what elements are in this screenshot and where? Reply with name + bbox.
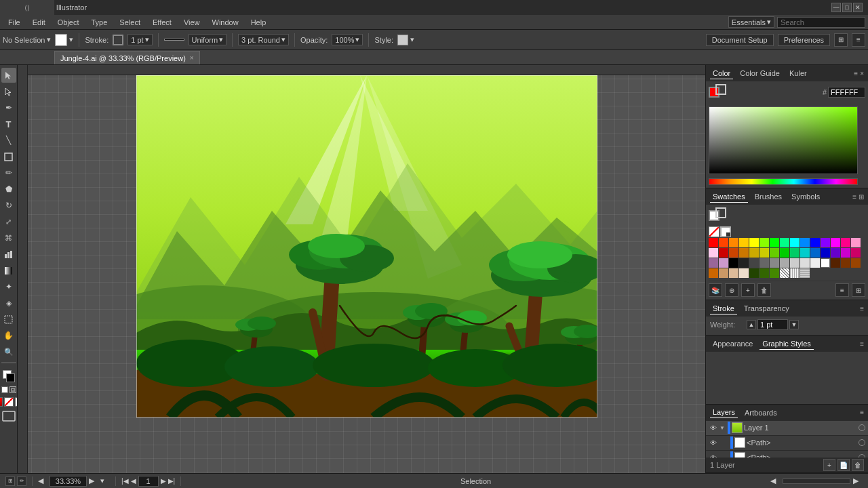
swatch-item[interactable] [821, 238, 830, 247]
style-swatch[interactable]: ▾ [397, 35, 414, 45]
none-swatch[interactable] [709, 226, 719, 237]
color-tab[interactable]: Color [710, 68, 733, 79]
swatch-item[interactable] [821, 258, 830, 268]
swatch-item[interactable] [800, 258, 810, 268]
stroke-panel-menu-icon[interactable]: ≡ [860, 305, 864, 312]
swatch-item[interactable] [749, 268, 759, 278]
swatch-item[interactable] [790, 248, 800, 258]
new-color-group-btn[interactable]: ⊕ [725, 283, 738, 297]
artboard-prev-btn[interactable]: ◀ [131, 477, 136, 485]
hex-input[interactable] [828, 87, 865, 98]
layer-visibility-icon[interactable]: 👁 [709, 453, 718, 458]
fill-stroke-squares[interactable] [709, 84, 728, 100]
layer-row[interactable]: 👁 <Path> [706, 451, 868, 458]
appearance-tab[interactable]: Appearance [710, 338, 755, 349]
rotate-tool[interactable]: ↻ [1, 198, 16, 213]
swatch-item[interactable] [810, 248, 820, 258]
swatch-item[interactable] [729, 238, 738, 247]
swatch-item[interactable] [841, 238, 850, 247]
pen-tool[interactable]: ✒ [1, 100, 16, 115]
pencil-tool[interactable]: ✏ [1, 165, 16, 180]
close-button[interactable]: ✕ [853, 3, 863, 12]
swatch-item[interactable] [790, 258, 800, 268]
color-panel-menu-icon[interactable]: ≡ [854, 70, 858, 77]
brushes-tab[interactable]: Brushes [752, 191, 785, 202]
swatch-item[interactable] [709, 258, 718, 268]
search-input[interactable] [777, 17, 865, 28]
arrange-icon[interactable]: ⊞ [834, 33, 848, 47]
artboard-first-btn[interactable]: |◀ [121, 477, 129, 485]
menu-effect[interactable]: Effect [147, 17, 177, 28]
new-swatch-btn[interactable]: + [741, 283, 755, 297]
status-right-btn[interactable]: ◀ [770, 476, 780, 485]
swatch-list-icon[interactable]: ≡ [852, 193, 856, 201]
swatch-item[interactable] [709, 248, 718, 258]
layer-visibility-icon[interactable]: 👁 [709, 423, 718, 432]
workspace-dropdown[interactable]: Essentials ▾ [728, 16, 774, 28]
swatch-item[interactable] [770, 248, 779, 258]
swatch-item[interactable] [851, 258, 861, 268]
swatch-item[interactable] [729, 248, 738, 258]
blob-brush-tool[interactable]: ⬟ [1, 182, 16, 197]
swatch-item[interactable] [831, 238, 840, 247]
layers-panel-header[interactable]: Layers Artboards ≡ [706, 405, 868, 421]
stroke-weight-dropdown[interactable]: 1 pt ▾ [127, 34, 152, 45]
panel-toggle-icon[interactable]: ≡ [852, 33, 865, 47]
swatches-panel-header[interactable]: Swatches Brushes Symbols ≡ ⊞ [706, 188, 868, 205]
layer-row[interactable]: 👁 <Path> [706, 436, 868, 451]
swatch-item[interactable] [760, 268, 769, 278]
swatch-grid-icon[interactable]: ⊞ [859, 193, 864, 201]
swatch-item[interactable] [770, 238, 779, 247]
layers-tab[interactable]: Layers [710, 407, 738, 418]
change-screen-btn[interactable] [2, 411, 16, 423]
kuler-tab[interactable]: Kuler [787, 68, 810, 79]
document-tab[interactable]: Jungle-4.ai @ 33.33% (RGB/Preview) × [54, 51, 200, 64]
new-layer-btn[interactable]: 📄 [837, 459, 850, 471]
direct-selection-tool[interactable] [1, 84, 16, 99]
appearance-panel-header[interactable]: Appearance Graphic Styles ≡ [706, 336, 868, 352]
zoom-menu-btn[interactable]: ▾ [100, 476, 110, 485]
zoom-in-btn[interactable]: ◀ [38, 476, 47, 485]
layer-visibility-icon[interactable]: 👁 [709, 438, 718, 447]
swatch-stroke[interactable] [715, 207, 726, 218]
menu-edit[interactable]: Edit [27, 17, 51, 28]
color-panel-header[interactable]: Color Color Guide Kuler ≡ × [706, 65, 868, 81]
none-btn[interactable] [4, 397, 14, 407]
fill-swatch[interactable]: ▾ [55, 34, 73, 46]
status-right-btn2[interactable]: ▶ [853, 476, 863, 485]
swatch-item[interactable] [749, 238, 759, 247]
swatch-item[interactable] [739, 238, 749, 247]
swatch-library-btn[interactable]: 📚 [709, 283, 722, 297]
swatch-item[interactable] [729, 268, 738, 278]
document-setup-button[interactable]: Document Setup [706, 34, 774, 46]
opacity-dropdown[interactable]: 100% ▾ [332, 34, 363, 45]
status-icon-2[interactable]: ✏ [17, 476, 26, 486]
status-scroll[interactable] [783, 479, 850, 484]
stroke-panel-header[interactable]: Stroke Transparency ≡ [706, 300, 868, 317]
color-gradient-picker[interactable] [709, 106, 858, 174]
fill-color-swatch[interactable] [55, 34, 67, 46]
weight-up-btn[interactable]: ▲ [747, 320, 756, 329]
menu-type[interactable]: Type [86, 17, 113, 28]
swatch-item[interactable] [739, 258, 749, 268]
artboard-tool[interactable] [1, 312, 16, 327]
menu-help[interactable]: Help [245, 17, 272, 28]
type-tool[interactable]: T [1, 117, 16, 131]
graphic-styles-tab[interactable]: Graphic Styles [760, 338, 814, 350]
artboard-next-btn[interactable]: ▶ [161, 477, 166, 485]
swatch-pattern[interactable] [800, 268, 810, 278]
layer-target-icon[interactable] [859, 439, 865, 446]
layer-expand-icon[interactable]: ▼ [719, 425, 726, 431]
menu-view[interactable]: View [178, 17, 205, 28]
rect-tool[interactable] [1, 149, 16, 164]
swatch-item[interactable] [749, 258, 759, 268]
swatch-pattern[interactable] [790, 268, 800, 278]
symbols-tab[interactable]: Symbols [789, 191, 823, 202]
swatch-item[interactable] [851, 248, 861, 258]
stroke-mode-btn[interactable] [9, 386, 16, 393]
tab-close-button[interactable]: × [190, 54, 194, 62]
white-swatch[interactable] [720, 226, 731, 237]
swatch-item[interactable] [780, 248, 789, 258]
delete-swatch-btn[interactable]: 🗑 [757, 283, 771, 297]
stroke-icon[interactable] [113, 35, 123, 45]
